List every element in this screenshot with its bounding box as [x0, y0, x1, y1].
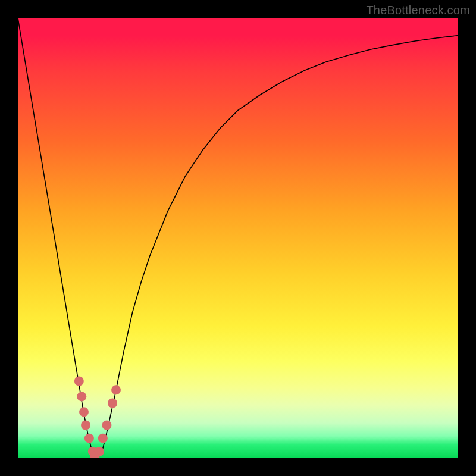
bottleneck-curve	[18, 18, 458, 458]
watermark-label: TheBottleneck.com	[366, 4, 470, 17]
marker-point	[111, 385, 121, 394]
chart-svg	[18, 18, 458, 458]
marker-point	[74, 377, 84, 386]
marker-point	[108, 399, 117, 408]
plot-area	[18, 18, 458, 458]
marker-point	[95, 447, 104, 456]
marker-point	[79, 407, 89, 416]
marker-cluster	[74, 377, 121, 459]
outer-frame: TheBottleneck.com	[0, 0, 476, 476]
marker-point	[84, 434, 94, 443]
marker-point	[98, 434, 108, 443]
marker-point	[81, 421, 90, 430]
marker-point	[102, 421, 111, 430]
marker-point	[77, 392, 86, 401]
